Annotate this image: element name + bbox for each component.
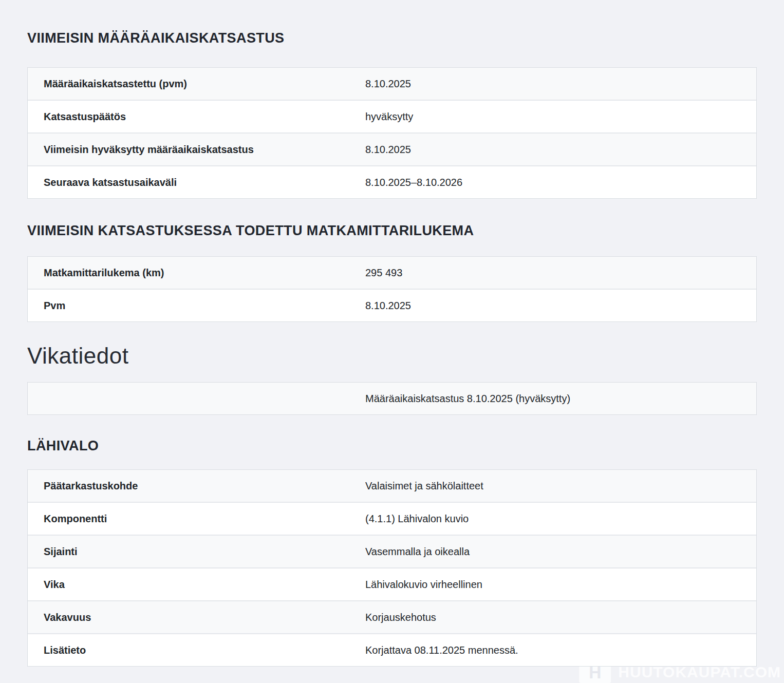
lowbeam-table: Päätarkastuskohde Valaisimet ja sähkölai… [27,469,757,667]
row-label: Lisätieto [28,643,365,657]
page-title-faults: Vikatiedot [27,342,757,370]
table-row: Lisätieto Korjattava 08.11.2025 mennessä… [28,634,756,666]
inspection-report: VIIMEISIN MÄÄRÄAIKAISKATSASTUS Määräaika… [0,0,784,667]
table-row: Seuraava katsastusaikaväli 8.10.2025–8.1… [28,166,756,198]
table-row: Määräaikaiskatsastettu (pvm) 8.10.2025 [28,68,756,101]
latest-inspection-table: Määräaikaiskatsastettu (pvm) 8.10.2025 K… [27,67,757,199]
table-row: Katsastuspäätös hyväksytty [28,101,756,134]
row-label: Vakavuus [28,611,365,624]
row-value: Vasemmalla ja oikealla [365,545,756,558]
section-title-odometer: VIIMEISIN KATSASTUKSESSA TODETTU MATKAMI… [27,221,757,240]
row-value: Lähivalokuvio virheellinen [365,578,756,591]
row-label: Pvm [28,299,365,312]
row-label: Katsastuspäätös [28,110,365,123]
row-value: (4.1.1) Lähivalon kuvio [365,512,756,525]
row-label: Sijainti [28,545,365,558]
faults-table: Määräaikaiskatsastus 8.10.2025 (hyväksyt… [27,382,757,415]
row-label: Matkamittarilukema (km) [28,266,365,279]
table-row: Vakavuus Korjauskehotus [28,601,756,634]
row-value: 8.10.2025 [365,299,756,312]
section-title-latest-inspection: VIIMEISIN MÄÄRÄAIKAISKATSASTUS [27,29,757,47]
row-label: Komponentti [28,512,365,525]
row-value: 8.10.2025 [365,77,756,90]
table-row: Matkamittarilukema (km) 295 493 [28,257,756,290]
table-row: Määräaikaiskatsastus 8.10.2025 (hyväksyt… [28,383,756,414]
row-value: 8.10.2025 [365,143,756,156]
row-value: 8.10.2025–8.10.2026 [365,176,756,189]
row-label: Päätarkastuskohde [28,479,365,492]
table-row: Päätarkastuskohde Valaisimet ja sähkölai… [28,470,756,503]
odometer-table: Matkamittarilukema (km) 295 493 Pvm 8.10… [27,256,757,322]
row-value: hyväksytty [365,110,756,123]
table-row: Komponentti (4.1.1) Lähivalon kuvio [28,503,756,536]
table-row: Pvm 8.10.2025 [28,290,756,321]
row-value: Korjauskehotus [365,611,756,624]
row-value: Korjattava 08.11.2025 mennessä. [365,643,756,657]
table-row: Vika Lähivalokuvio virheellinen [28,568,756,601]
row-label: Seuraava katsastusaikaväli [28,176,365,189]
row-label: Viimeisin hyväksytty määräaikaiskatsastu… [28,143,365,156]
section-title-lowbeam: LÄHIVALO [27,437,757,455]
row-value: Määräaikaiskatsastus 8.10.2025 (hyväksyt… [365,392,756,405]
row-label: Vika [28,578,365,591]
table-row: Viimeisin hyväksytty määräaikaiskatsastu… [28,134,756,166]
row-value: Valaisimet ja sähkölaitteet [365,479,756,492]
table-row: Sijainti Vasemmalla ja oikealla [28,536,756,568]
row-value: 295 493 [365,266,756,279]
row-label: Määräaikaiskatsastettu (pvm) [28,77,365,90]
